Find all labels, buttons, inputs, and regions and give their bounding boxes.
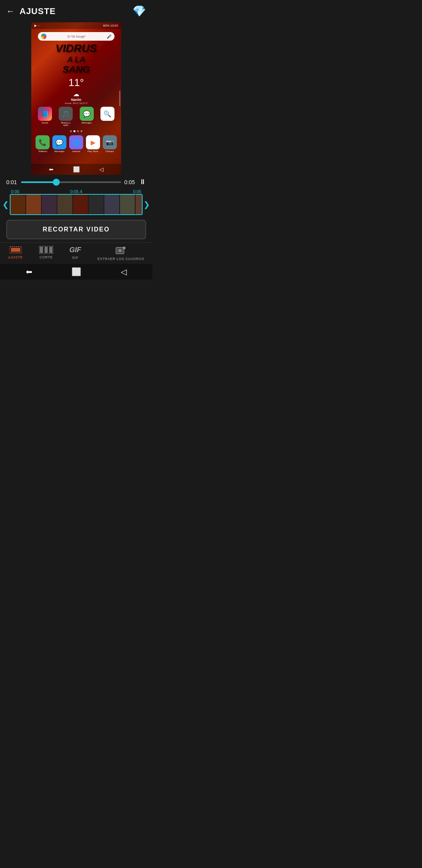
app-internet: 🌐 Internet — [69, 135, 83, 152]
progress-bar[interactable] — [21, 181, 121, 183]
app-playstore: ▶ Play Store — [86, 135, 100, 152]
page-dots — [70, 130, 82, 132]
playstore-icon: ▶ — [86, 135, 100, 149]
nav-recent: ◁ — [99, 166, 104, 172]
app-google: 🔍 Google — [100, 107, 114, 126]
gif-label: GIF — [72, 256, 79, 260]
pause-button[interactable]: ⏸ — [139, 178, 146, 186]
ajuste-icon — [9, 246, 22, 254]
google-g-logo — [41, 34, 46, 39]
sys-nav-back[interactable]: ⬅ — [26, 267, 32, 276]
mensajes-icon: 💬 — [80, 107, 94, 121]
svg-rect-3 — [40, 247, 43, 253]
time-end: 0:05 — [124, 179, 136, 185]
tool-ajuste[interactable]: AJUSTE — [8, 246, 23, 261]
extract-label: EXTRAER LOS CUADROS — [97, 257, 144, 261]
svg-rect-1 — [11, 248, 20, 252]
camera-icon: 📷 — [103, 135, 117, 149]
location-label: Narón — [71, 98, 81, 102]
app-camera: 📷 Cámara — [103, 135, 117, 152]
nav-home: ⬜ — [73, 166, 80, 172]
msg-icon: 💬 — [52, 135, 66, 149]
app-music: 🎵 Música y radio — [59, 107, 73, 126]
strip-arrow-right[interactable]: ❯ — [143, 200, 151, 209]
tool-gif[interactable]: GIF GIF — [70, 246, 81, 261]
thumb-2 — [26, 195, 41, 214]
extract-icon — [115, 246, 126, 255]
bottom-toolbar: AJUSTE CORTE GIF GIF EXTRAER LOS CUADROS — [0, 242, 152, 264]
corte-icon — [39, 246, 53, 254]
crop-button-section: RECORTAR VIDEO — [0, 217, 152, 242]
thumb-7 — [104, 195, 119, 214]
thumb-1 — [11, 195, 25, 214]
movie-title: VIDRUS — [55, 43, 97, 54]
phone-icon: 📞 — [36, 135, 50, 149]
timeline-controls: 0:01 0:05 ⏸ — [0, 175, 152, 188]
mic-icon: 🎤 — [107, 34, 111, 39]
premium-icon[interactable]: 💎 — [132, 5, 146, 18]
app-telefono: 📞 Teléfono — [36, 135, 50, 152]
video-preview: ▶ ··· 80% 13:03 Di "Ok Google" 🎤 VIDRUS … — [31, 22, 121, 175]
svg-point-8 — [119, 249, 121, 252]
time-markers: 0:00 0:05.4 0:05 — [0, 189, 152, 194]
thumb-9 — [136, 195, 143, 214]
social-icon: 📘 — [38, 107, 52, 121]
corte-label: CORTE — [39, 255, 53, 259]
thumbnail-strip-section: 0:00 0:05.4 0:05 ❮ ❯ — [0, 188, 152, 217]
tool-corte[interactable]: CORTE — [39, 246, 53, 261]
dot3 — [77, 130, 79, 132]
nav-back: ⬅ — [49, 166, 54, 172]
dot2 — [73, 130, 75, 132]
phone-search-bar: Di "Ok Google" 🎤 — [38, 32, 114, 41]
app-mensajes2: 💬 Mensajes — [52, 135, 66, 152]
dot1 — [70, 130, 72, 132]
system-nav-bar: ⬅ ⬜ ◁ — [0, 264, 152, 280]
gif-icon: GIF — [70, 246, 81, 254]
phone-status-bar: ▶ ··· 80% 13:03 — [31, 22, 121, 29]
temperature-value: 11° — [68, 77, 84, 88]
page-title: AJUSTE — [20, 6, 56, 16]
marker-end: 0:05 — [133, 189, 141, 194]
progress-thumb[interactable] — [53, 179, 60, 186]
tool-extract[interactable]: EXTRAER LOS CUADROS — [97, 246, 144, 261]
marker-start: 0:00 — [11, 189, 19, 194]
weather-cloud: ☁ — [73, 90, 79, 98]
status-right: 80% 13:03 — [103, 24, 118, 27]
movie-subtitle2: SANG — [63, 65, 89, 74]
marker-mid: 0:05.4 — [70, 189, 82, 194]
svg-rect-4 — [45, 247, 48, 253]
scrollbar — [119, 91, 120, 106]
app-social: 📘 Social — [38, 107, 52, 126]
back-button[interactable]: ← — [6, 6, 15, 16]
phone-nav-bar: ⬅ ⬜ ◁ — [31, 164, 121, 175]
temperature-widget: 11° — [68, 77, 84, 89]
crop-video-button[interactable]: RECORTAR VIDEO — [6, 220, 146, 239]
sys-nav-home[interactable]: ⬜ — [72, 267, 81, 276]
strip-arrow-left[interactable]: ❮ — [2, 200, 10, 209]
dot4 — [80, 130, 82, 132]
header: ← AJUSTE 💎 — [0, 0, 152, 22]
app-mensajes: 💬 Mensajes — [80, 107, 94, 126]
ajuste-label: AJUSTE — [8, 255, 23, 259]
thumb-6 — [89, 195, 104, 214]
status-left: ▶ ··· — [34, 24, 40, 27]
time-start: 0:01 — [6, 179, 18, 185]
movie-subtitle1: A LA — [67, 56, 85, 63]
search-placeholder: Di "Ok Google" — [48, 35, 105, 38]
google-icon: 🔍 — [100, 107, 114, 121]
thumb-strip-wrapper: ❮ ❯ — [0, 194, 152, 215]
thumbnail-strip — [10, 194, 143, 215]
svg-rect-5 — [49, 247, 52, 253]
app-dock: 📞 Teléfono 💬 Mensajes 🌐 Internet ▶ Play … — [31, 134, 121, 154]
app-grid-row1: 📘 Social 🎵 Música y radio 💬 Mensajes 🔍 G… — [31, 104, 121, 129]
internet-icon: 🌐 — [69, 135, 83, 149]
sys-nav-recent[interactable]: ◁ — [121, 267, 127, 276]
thumb-4 — [57, 195, 72, 214]
update-text: Actual. 30/11 10:22 ↺ — [65, 102, 88, 104]
progress-fill — [21, 181, 56, 183]
thumb-3 — [42, 195, 57, 214]
thumb-5 — [73, 195, 88, 214]
music-icon: 🎵 — [59, 107, 73, 121]
svg-rect-9 — [123, 247, 125, 249]
thumb-8 — [120, 195, 135, 214]
